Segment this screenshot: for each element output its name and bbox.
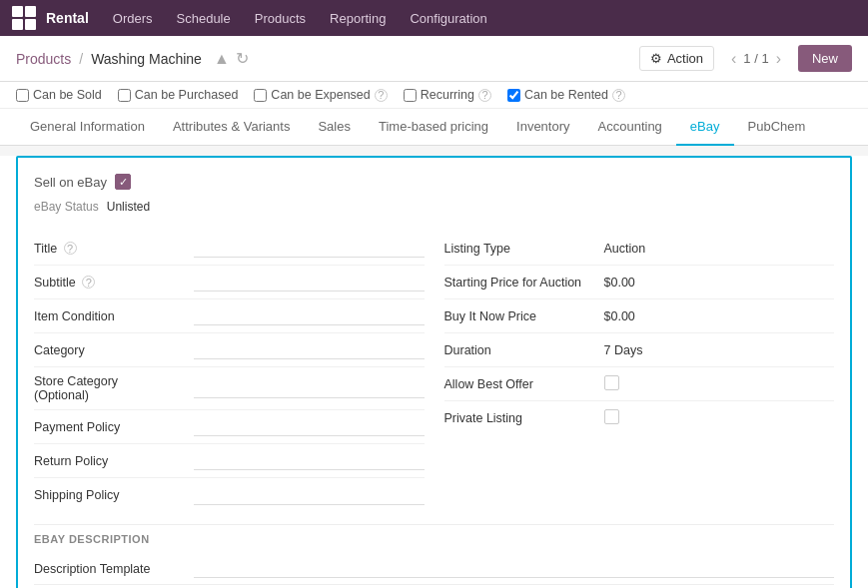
duration-value: 7 Days: [604, 343, 835, 357]
subtitle-row: Subtitle ?: [34, 266, 425, 299]
nav-products[interactable]: Products: [245, 5, 316, 32]
tab-time-based-pricing[interactable]: Time-based pricing: [365, 109, 502, 146]
sell-on-ebay-row: Sell on eBay ✓: [34, 174, 834, 190]
can-be-rented-checkbox[interactable]: [507, 89, 520, 102]
ebay-left-col: Title ? Subtitle ? Item Condition: [34, 232, 425, 512]
can-be-purchased-field[interactable]: Can be Purchased: [118, 88, 239, 102]
ebay-status-label: eBay Status: [34, 200, 99, 214]
listing-type-label: Listing Type: [444, 242, 604, 256]
description-template-row: Description Template: [34, 553, 834, 585]
checkbox-bar: Can be Sold Can be Purchased Can be Expe…: [0, 82, 868, 109]
gear-icon: ⚙: [650, 51, 662, 66]
starting-price-label: Starting Price for Auction: [444, 276, 604, 290]
breadcrumb-icons: ▲ ↻: [214, 49, 249, 68]
subtitle-help-icon[interactable]: ?: [82, 276, 95, 289]
breadcrumb-bar: Products / Washing Machine ▲ ↻ ⚙ Action …: [0, 36, 868, 82]
listing-type-value: Auction: [604, 242, 835, 256]
tab-sales[interactable]: Sales: [304, 109, 365, 146]
payment-policy-label: Payment Policy: [34, 420, 194, 434]
can-be-rented-label: Can be Rented: [524, 88, 608, 102]
can-be-purchased-checkbox[interactable]: [118, 89, 131, 102]
subtitle-input[interactable]: [194, 273, 425, 292]
shipping-policy-row: Shipping Policy: [34, 478, 425, 512]
can-be-rented-field[interactable]: Can be Rented ?: [507, 88, 625, 102]
can-be-sold-field[interactable]: Can be Sold: [16, 88, 102, 102]
nav-orders[interactable]: Orders: [103, 5, 163, 32]
title-help-icon[interactable]: ?: [64, 242, 77, 255]
return-policy-label: Return Policy: [34, 454, 194, 468]
ebay-status-value: Unlisted: [107, 200, 150, 214]
can-be-expensed-field[interactable]: Can be Expensed ?: [254, 88, 387, 102]
shipping-policy-label: Shipping Policy: [34, 488, 194, 502]
tab-inventory[interactable]: Inventory: [502, 109, 583, 146]
item-condition-input[interactable]: [194, 306, 425, 325]
can-be-rented-help-icon[interactable]: ?: [612, 89, 625, 102]
return-policy-row: Return Policy: [34, 444, 425, 478]
category-input[interactable]: [194, 340, 425, 359]
breadcrumb-separator: /: [79, 51, 83, 67]
can-be-sold-checkbox[interactable]: [16, 89, 29, 102]
private-listing-value: [604, 409, 835, 427]
tab-general-information[interactable]: General Information: [16, 109, 159, 146]
next-page-arrow[interactable]: ›: [773, 48, 784, 70]
tab-accounting[interactable]: Accounting: [584, 109, 676, 146]
app-icon: [12, 6, 36, 30]
prev-page-arrow[interactable]: ‹: [728, 48, 739, 70]
shipping-policy-input[interactable]: [194, 486, 425, 505]
recurring-label: Recurring: [421, 88, 474, 102]
can-be-expensed-checkbox[interactable]: [254, 89, 267, 102]
payment-policy-input[interactable]: [194, 417, 425, 436]
listing-type-row: Listing Type Auction: [444, 232, 835, 266]
store-category-row: Store Category(Optional): [34, 367, 425, 410]
tab-attributes-variants[interactable]: Attributes & Variants: [159, 109, 305, 146]
nav-reporting[interactable]: Reporting: [320, 5, 396, 32]
sell-on-ebay-checkbox[interactable]: ✓: [115, 174, 131, 190]
private-listing-row: Private Listing: [444, 401, 835, 435]
ebay-content: Sell on eBay ✓ eBay Status Unlisted Titl…: [16, 156, 852, 588]
refresh-icon[interactable]: ↻: [236, 49, 249, 68]
category-label: Category: [34, 343, 194, 357]
recurring-help-icon[interactable]: ?: [478, 89, 491, 102]
title-input[interactable]: [194, 239, 425, 258]
description-template-label: Description Template: [34, 562, 194, 576]
page-count: 1 / 1: [743, 51, 768, 66]
private-listing-label: Private Listing: [444, 411, 604, 425]
private-listing-checkbox[interactable]: [604, 409, 619, 424]
allow-best-offer-value: [604, 375, 835, 393]
breadcrumb-parent[interactable]: Products: [16, 51, 71, 67]
starting-price-value: $0.00: [604, 276, 835, 290]
subtitle-label: Subtitle ?: [34, 276, 194, 290]
upload-icon[interactable]: ▲: [214, 49, 230, 68]
category-row: Category: [34, 333, 425, 367]
nav-schedule[interactable]: Schedule: [167, 5, 241, 32]
store-category-input[interactable]: [194, 379, 425, 398]
payment-policy-row: Payment Policy: [34, 410, 425, 444]
sell-on-ebay-label: Sell on eBay: [34, 175, 107, 190]
recurring-checkbox[interactable]: [404, 89, 417, 102]
description-template-input[interactable]: [194, 559, 834, 578]
action-button[interactable]: ⚙ Action: [639, 46, 714, 71]
ebay-form: Title ? Subtitle ? Item Condition: [34, 232, 834, 512]
can-be-expensed-help-icon[interactable]: ?: [375, 89, 388, 102]
item-condition-row: Item Condition: [34, 299, 425, 333]
tab-pubchem[interactable]: PubChem: [734, 109, 820, 146]
can-be-sold-label: Can be Sold: [33, 88, 102, 102]
recurring-field[interactable]: Recurring ?: [404, 88, 491, 102]
allow-best-offer-label: Allow Best Offer: [444, 377, 604, 391]
pagination: ‹ 1 / 1 ›: [728, 48, 784, 70]
top-nav: Rental Orders Schedule Products Reportin…: [0, 0, 868, 36]
ebay-right-col: Listing Type Auction Starting Price for …: [444, 232, 835, 512]
can-be-purchased-label: Can be Purchased: [135, 88, 239, 102]
app-name[interactable]: Rental: [46, 4, 99, 32]
ebay-description-title: EBAY DESCRIPTION: [34, 533, 834, 545]
tab-ebay[interactable]: eBay: [676, 109, 734, 146]
buy-it-now-value: $0.00: [604, 309, 835, 323]
new-button[interactable]: New: [798, 45, 852, 72]
nav-configuration[interactable]: Configuration: [400, 5, 496, 32]
return-policy-input[interactable]: [194, 451, 425, 470]
tabs-bar: General Information Attributes & Variant…: [0, 109, 868, 146]
allow-best-offer-row: Allow Best Offer: [444, 367, 835, 401]
description-divider: EBAY DESCRIPTION Description Template: [34, 524, 834, 588]
allow-best-offer-checkbox[interactable]: [604, 375, 619, 390]
title-label: Title ?: [34, 242, 194, 256]
